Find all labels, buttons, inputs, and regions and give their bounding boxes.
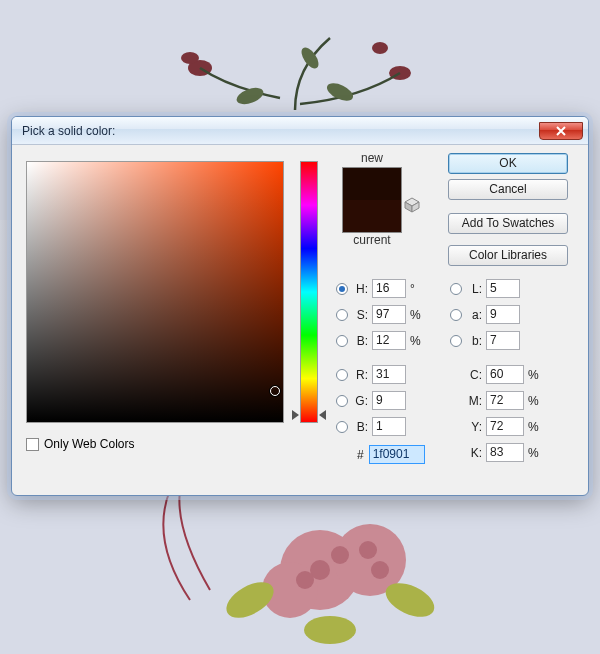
dialog-client: new current OK Cancel Add To Swatches Co… bbox=[12, 145, 588, 495]
preview-new-color bbox=[343, 168, 401, 200]
hex-input[interactable]: 1f0901 bbox=[369, 445, 425, 464]
label-y: Y: bbox=[466, 420, 482, 434]
close-button[interactable] bbox=[539, 122, 583, 140]
label-a-lab: a: bbox=[466, 308, 482, 322]
input-s[interactable]: 97 bbox=[372, 305, 406, 324]
unit-s: % bbox=[410, 308, 424, 322]
label-h: H: bbox=[352, 282, 368, 296]
input-y[interactable]: 72 bbox=[486, 417, 524, 436]
sv-cursor[interactable] bbox=[270, 386, 280, 396]
label-m: M: bbox=[466, 394, 482, 408]
input-h[interactable]: 16 bbox=[372, 279, 406, 298]
unit-c: % bbox=[528, 368, 542, 382]
label-c: C: bbox=[466, 368, 482, 382]
input-l[interactable]: 5 bbox=[486, 279, 520, 298]
unit-k: % bbox=[528, 446, 542, 460]
svg-point-3 bbox=[372, 42, 388, 54]
label-k: K: bbox=[466, 446, 482, 460]
svg-point-17 bbox=[304, 616, 356, 644]
svg-point-14 bbox=[371, 561, 389, 579]
input-a-lab[interactable]: 9 bbox=[486, 305, 520, 324]
color-preview bbox=[342, 167, 402, 233]
input-m[interactable]: 72 bbox=[486, 391, 524, 410]
hue-slider-handle-right[interactable] bbox=[319, 410, 326, 420]
label-r: R: bbox=[352, 368, 368, 382]
unit-h: ° bbox=[410, 282, 424, 296]
only-web-colors-label: Only Web Colors bbox=[44, 437, 134, 451]
radio-b-lab[interactable] bbox=[450, 335, 462, 347]
hex-label: # bbox=[357, 448, 364, 462]
input-c[interactable]: 60 bbox=[486, 365, 524, 384]
label-g: G: bbox=[352, 394, 368, 408]
label-b-hsb: B: bbox=[352, 334, 368, 348]
background-flowers-bottom bbox=[120, 480, 480, 650]
ok-button[interactable]: OK bbox=[448, 153, 568, 174]
preview-current-color[interactable] bbox=[343, 200, 401, 232]
svg-point-11 bbox=[331, 546, 349, 564]
preview-new-label: new bbox=[337, 151, 407, 165]
close-icon bbox=[555, 125, 567, 137]
input-g[interactable]: 9 bbox=[372, 391, 406, 410]
unit-y: % bbox=[528, 420, 542, 434]
radio-a-lab[interactable] bbox=[450, 309, 462, 321]
add-to-swatches-button[interactable]: Add To Swatches bbox=[448, 213, 568, 234]
radio-b-rgb[interactable] bbox=[336, 421, 348, 433]
input-b-hsb[interactable]: 12 bbox=[372, 331, 406, 350]
only-web-colors-checkbox[interactable] bbox=[26, 438, 39, 451]
label-b-rgb: B: bbox=[352, 420, 368, 434]
radio-g[interactable] bbox=[336, 395, 348, 407]
label-l: L: bbox=[466, 282, 482, 296]
dialog-title: Pick a solid color: bbox=[22, 124, 115, 138]
input-r[interactable]: 31 bbox=[372, 365, 406, 384]
cancel-button[interactable]: Cancel bbox=[448, 179, 568, 200]
radio-l[interactable] bbox=[450, 283, 462, 295]
color-cube-icon[interactable] bbox=[404, 197, 420, 213]
input-k[interactable]: 83 bbox=[486, 443, 524, 462]
svg-point-13 bbox=[359, 541, 377, 559]
color-picker-dialog: Pick a solid color: new current OK Cance… bbox=[11, 116, 589, 496]
label-b-lab: b: bbox=[466, 334, 482, 348]
svg-point-1 bbox=[181, 52, 199, 64]
preview-current-label: current bbox=[337, 233, 407, 247]
saturation-value-field[interactable] bbox=[26, 161, 284, 423]
label-s: S: bbox=[352, 308, 368, 322]
titlebar[interactable]: Pick a solid color: bbox=[12, 117, 588, 145]
color-libraries-button[interactable]: Color Libraries bbox=[448, 245, 568, 266]
input-b-lab[interactable]: 7 bbox=[486, 331, 520, 350]
hue-slider-handle-left[interactable] bbox=[292, 410, 299, 420]
unit-b-hsb: % bbox=[410, 334, 424, 348]
unit-m: % bbox=[528, 394, 542, 408]
input-b-rgb[interactable]: 1 bbox=[372, 417, 406, 436]
radio-r[interactable] bbox=[336, 369, 348, 381]
svg-point-12 bbox=[296, 571, 314, 589]
radio-h[interactable] bbox=[336, 283, 348, 295]
hue-slider[interactable] bbox=[300, 161, 318, 423]
radio-b-hsb[interactable] bbox=[336, 335, 348, 347]
radio-s[interactable] bbox=[336, 309, 348, 321]
